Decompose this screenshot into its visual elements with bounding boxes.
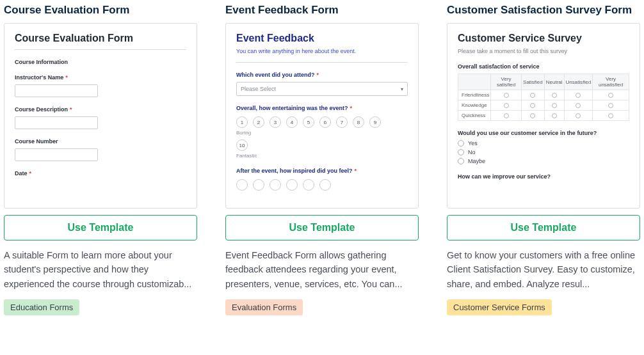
rating-option: 5: [303, 116, 314, 128]
preview-field-label: Instructor's Name*: [15, 74, 186, 81]
preview-subheading: Please take a moment to fill out this su…: [458, 48, 629, 54]
preview-input: [15, 84, 98, 97]
template-card: Event Feedback Form Event Feedback You c…: [225, 4, 419, 315]
matrix-row: Friendliness: [458, 90, 629, 100]
preview-question: How can we improve our service?: [458, 173, 629, 180]
template-preview[interactable]: Customer Service Survey Please take a mo…: [447, 23, 640, 209]
preview-input: [15, 148, 98, 161]
preview-field-label: Course Number: [15, 138, 186, 145]
template-title[interactable]: Course Evaluation Form: [4, 4, 197, 17]
rating-option: [303, 179, 314, 191]
chevron-down-icon: ▾: [401, 86, 403, 92]
template-preview[interactable]: Event Feedback You can write anything in…: [225, 23, 419, 209]
rating-option: 10: [236, 139, 248, 151]
template-card: Customer Satisfaction Survey Form Custom…: [447, 4, 640, 315]
rating-option: [270, 179, 281, 191]
preview-select: Please Select ▾: [236, 82, 408, 96]
matrix-row: Quickness: [458, 111, 629, 121]
preview-radio-option: No: [458, 149, 629, 155]
rating-option: 8: [353, 116, 364, 128]
template-description: Event Feedback Form allows gathering fee…: [225, 248, 419, 292]
divider: [236, 62, 408, 63]
rating-option: 3: [270, 116, 281, 128]
template-description: A suitable Form to learn more about your…: [4, 248, 197, 292]
rating-option: 7: [336, 116, 348, 128]
preview-question: Which event did you attend?*: [236, 72, 408, 78]
preview-radio-option: Maybe: [458, 158, 629, 164]
preview-rating-scale: 10: [236, 139, 408, 151]
preview-section-label: Course Information: [15, 59, 186, 65]
preview-input: [15, 116, 98, 129]
template-description: Get to know your customers with a free o…: [447, 248, 640, 292]
rating-option: [319, 179, 331, 191]
rating-option: 2: [253, 116, 264, 128]
preview-heading: Customer Service Survey: [458, 33, 629, 44]
divider: [15, 49, 186, 50]
preview-field-label: Date*: [15, 170, 186, 177]
use-template-button[interactable]: Use Template: [4, 215, 197, 241]
template-title[interactable]: Event Feedback Form: [225, 4, 419, 17]
rating-option: 1: [236, 116, 248, 128]
template-title[interactable]: Customer Satisfaction Survey Form: [447, 4, 640, 17]
rating-option: 4: [286, 116, 298, 128]
preview-question: Would you use our customer service in th…: [458, 130, 629, 136]
preview-heading: Course Evaluation Form: [15, 33, 186, 44]
category-tag[interactable]: Education Forms: [4, 299, 79, 315]
category-tag[interactable]: Customer Service Forms: [447, 299, 552, 315]
template-preview[interactable]: Course Evaluation Form Course Informatio…: [4, 23, 197, 209]
rating-option: [236, 179, 248, 191]
rating-option: [286, 179, 298, 191]
rating-low-label: Boring: [236, 130, 408, 136]
matrix-row: Knowledge: [458, 100, 629, 111]
preview-heading: Event Feedback: [236, 33, 408, 44]
rating-option: [253, 179, 264, 191]
templates-grid: Course Evaluation Form Course Evaluation…: [4, 4, 640, 315]
use-template-button[interactable]: Use Template: [447, 215, 640, 241]
preview-radio-option: Yes: [458, 140, 629, 146]
preview-question: After the event, how inspired did you fe…: [236, 168, 408, 174]
use-template-button[interactable]: Use Template: [225, 215, 419, 241]
preview-field-label: Course Description*: [15, 106, 186, 113]
preview-rating-scale: [236, 179, 408, 191]
category-tag[interactable]: Evaluation Forms: [225, 299, 303, 315]
template-card: Course Evaluation Form Course Evaluation…: [4, 4, 197, 315]
preview-question: Overall, how entertaining was the event?…: [236, 105, 408, 111]
rating-option: 6: [319, 116, 331, 128]
rating-option: 9: [369, 116, 381, 128]
preview-subheading: You can write anything in here about the…: [236, 48, 408, 54]
preview-question: Overall satisfaction of service: [458, 63, 629, 70]
preview-rating-scale: 1 2 3 4 5 6 7 8 9: [236, 116, 408, 128]
preview-matrix: Very satisfied Satisfied Neutral Unsatis…: [458, 74, 629, 121]
rating-high-label: Fantastic: [236, 153, 408, 159]
